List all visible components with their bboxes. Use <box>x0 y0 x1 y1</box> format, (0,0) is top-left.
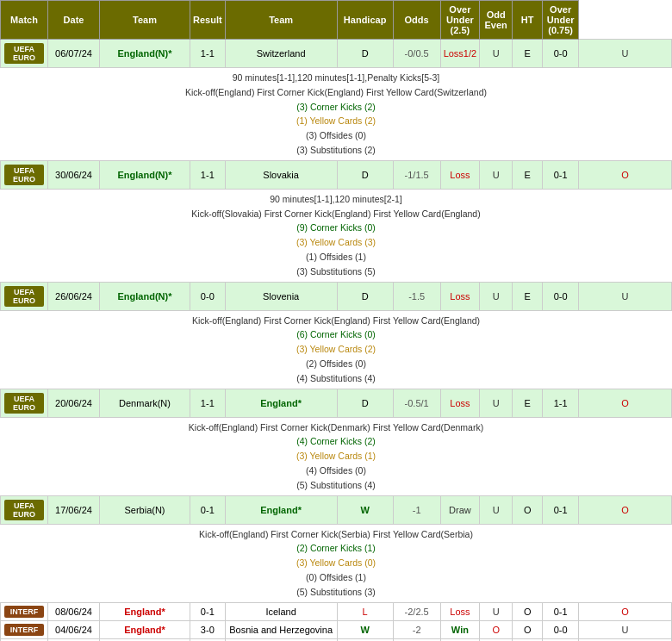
odds-value: Loss <box>440 282 480 310</box>
odd-even-value: E <box>513 282 543 310</box>
odd-even-value: O <box>513 602 543 620</box>
ou25-value: O <box>480 620 513 638</box>
match-badge: INTERF <box>1 620 48 638</box>
match-row: UEFA EURO 06/07/24 England(N)* 1-1 Switz… <box>1 40 672 68</box>
odd-even-value: O <box>513 620 543 638</box>
team2-name: Slovakia <box>225 160 337 189</box>
handicap-combined: D <box>337 160 393 189</box>
match-row: UEFA EURO 17/06/24 Serbia(N) 0-1 England… <box>1 495 672 524</box>
team2-name: Switzerland <box>225 40 337 68</box>
col-date: Date <box>48 1 100 40</box>
detail-content: 90 minutes[1-1],120 minutes[2-1]Kick-off… <box>1 189 672 282</box>
match-result: 1-1 <box>190 40 226 68</box>
col-ou075: Over Under (0.75) <box>543 1 579 40</box>
match-badge: UEFA EURO <box>1 282 48 310</box>
odds-value: Draw <box>440 495 480 524</box>
col-ht: HT <box>513 1 543 40</box>
detail-row: 90 minutes[1-1],120 minutes[1-1],Penalty… <box>1 68 672 161</box>
ou25-value: U <box>480 495 513 524</box>
ht-score: 0-1 <box>543 495 579 524</box>
match-result: 1-1 <box>190 389 226 417</box>
col-odds: Odds <box>393 1 440 40</box>
team2-name: Bosnia and Herzegovina <box>225 620 337 638</box>
ou25-value: U <box>480 389 513 417</box>
match-result: 0-1 <box>190 602 226 620</box>
odds-value: Win <box>440 620 480 638</box>
match-badge: UEFA EURO <box>1 160 48 189</box>
match-date: 04/06/24 <box>48 620 100 638</box>
team1-name: England(N)* <box>100 282 190 310</box>
match-result: 0-0 <box>190 282 226 310</box>
detail-content: Kick-off(England) First Corner Kick(Engl… <box>1 310 672 389</box>
ou075-value: O <box>579 495 672 524</box>
match-result: 1-1 <box>190 160 226 189</box>
match-date: 08/06/24 <box>48 602 100 620</box>
detail-row: Kick-off(England) First Corner Kick(Serb… <box>1 524 672 602</box>
team2-name: England* <box>225 389 337 417</box>
ou25-value: U <box>480 160 513 189</box>
odds-value: Loss <box>440 160 480 189</box>
ou25-value: U <box>480 40 513 68</box>
handicap-result: L <box>337 602 393 620</box>
ou075-value: O <box>579 602 672 620</box>
handicap-value: -2 <box>393 620 440 638</box>
handicap-combined: W <box>337 495 393 524</box>
match-date: 30/06/24 <box>48 160 100 189</box>
odds-value: Loss <box>440 602 480 620</box>
plain-match-row: INTERF 04/06/24 England* 3-0 Bosnia and … <box>1 620 672 638</box>
odd-even-value: E <box>513 389 543 417</box>
match-row: UEFA EURO 26/06/24 England(N)* 0-0 Slove… <box>1 282 672 310</box>
handicap-value: -1 <box>393 495 440 524</box>
match-result: 3-0 <box>190 620 226 638</box>
match-row: UEFA EURO 30/06/24 England(N)* 1-1 Slova… <box>1 160 672 189</box>
team1-name: England* <box>100 602 190 620</box>
col-match: Match <box>1 1 48 40</box>
col-oe: Odd Even <box>480 1 513 40</box>
detail-row: 90 minutes[1-1],120 minutes[2-1]Kick-off… <box>1 189 672 282</box>
team1-name: England* <box>100 620 190 638</box>
detail-content: 90 minutes[1-1],120 minutes[1-1],Penalty… <box>1 68 672 161</box>
odds-value: Loss <box>440 389 480 417</box>
col-handicap: Handicap <box>337 1 393 40</box>
handicap-combined: D <box>337 389 393 417</box>
team2-name: England* <box>225 495 337 524</box>
handicap-value: -1/1.5 <box>393 160 440 189</box>
team1-name: England(N)* <box>100 40 190 68</box>
team1-name: Denmark(N) <box>100 389 190 417</box>
odd-even-value: E <box>513 40 543 68</box>
ou25-value: U <box>480 282 513 310</box>
match-result: 0-1 <box>190 495 226 524</box>
match-badge: UEFA EURO <box>1 389 48 417</box>
team1-name: Serbia(N) <box>100 495 190 524</box>
ht-score: 0-0 <box>543 620 579 638</box>
handicap-combined: D <box>337 282 393 310</box>
col-team1: Team <box>100 1 190 40</box>
detail-content: Kick-off(England) First Corner Kick(Serb… <box>1 524 672 602</box>
ou075-value: U <box>579 620 672 638</box>
team2-name: Iceland <box>225 602 337 620</box>
odd-even-value: O <box>513 495 543 524</box>
ou075-value: U <box>579 282 672 310</box>
match-row: UEFA EURO 20/06/24 Denmark(N) 1-1 Englan… <box>1 389 672 417</box>
col-team2: Team <box>225 1 337 40</box>
ou075-value: O <box>579 389 672 417</box>
col-result: Result <box>190 1 226 40</box>
ht-score: 0-1 <box>543 602 579 620</box>
handicap-value: -0/0.5 <box>393 40 440 68</box>
ou25-value: U <box>480 602 513 620</box>
match-date: 26/06/24 <box>48 282 100 310</box>
team1-name: England(N)* <box>100 160 190 189</box>
match-badge: UEFA EURO <box>1 40 48 68</box>
detail-content: Kick-off(England) First Corner Kick(Denm… <box>1 417 672 495</box>
handicap-value: -2/2.5 <box>393 602 440 620</box>
detail-row: Kick-off(England) First Corner Kick(Denm… <box>1 417 672 495</box>
handicap-value: -0.5/1 <box>393 389 440 417</box>
match-date: 06/07/24 <box>48 40 100 68</box>
handicap-result: W <box>337 620 393 638</box>
ht-score: 0-1 <box>543 160 579 189</box>
ou075-value: O <box>579 160 672 189</box>
odds-value: Loss1/2 <box>440 40 480 68</box>
ht-score: 0-0 <box>543 282 579 310</box>
ht-score: 0-0 <box>543 40 579 68</box>
ht-score: 1-1 <box>543 389 579 417</box>
